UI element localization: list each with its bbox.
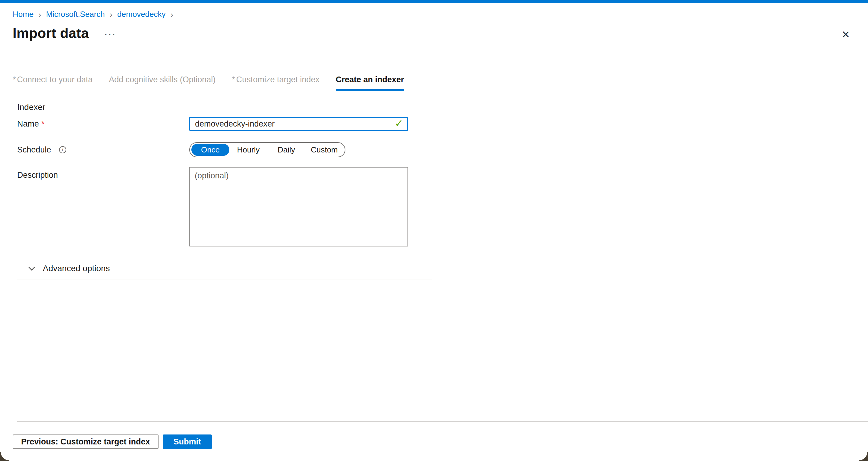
indexer-name-input[interactable]	[189, 117, 408, 131]
schedule-label: Schedule i	[13, 145, 189, 155]
required-marker: *	[232, 75, 235, 84]
footer-divider	[17, 421, 868, 422]
description-textarea[interactable]	[189, 167, 408, 246]
required-marker: *	[13, 75, 16, 84]
tab-label: Create an indexer	[336, 75, 404, 84]
schedule-option-hourly[interactable]: Hourly	[229, 144, 267, 156]
advanced-options-toggle[interactable]: Advanced options	[13, 257, 868, 280]
footer-buttons: Previous: Customize target index Submit	[13, 434, 212, 449]
submit-button[interactable]: Submit	[163, 434, 212, 449]
tab-label: Add cognitive skills (Optional)	[109, 75, 216, 84]
tab-add-cognitive-skills[interactable]: Add cognitive skills (Optional)	[109, 75, 216, 89]
breadcrumb: Home › Microsoft.Search › demovedecky ›	[13, 10, 868, 19]
top-accent-bar	[0, 0, 868, 3]
import-data-panel: Home › Microsoft.Search › demovedecky › …	[0, 3, 868, 461]
name-label: Name*	[13, 119, 189, 129]
tab-label: Customize target index	[236, 75, 319, 84]
chevron-right-icon: ›	[110, 10, 113, 19]
chevron-right-icon: ›	[38, 10, 41, 19]
previous-step-button[interactable]: Previous: Customize target index	[13, 434, 158, 449]
required-asterisk: *	[41, 119, 44, 129]
breadcrumb-service-link[interactable]: Microsoft.Search	[46, 10, 105, 19]
section-title-indexer: Indexer	[13, 102, 868, 112]
tab-customize-target-index[interactable]: *Customize target index	[232, 75, 319, 89]
schedule-option-custom[interactable]: Custom	[305, 144, 343, 156]
tab-connect-to-your-data[interactable]: *Connect to your data	[13, 75, 93, 89]
schedule-segmented-control: Once Hourly Daily Custom	[189, 142, 345, 157]
info-icon[interactable]: i	[59, 146, 66, 153]
tab-create-an-indexer[interactable]: Create an indexer	[336, 75, 404, 91]
more-options-icon[interactable]: ···	[104, 27, 116, 39]
indexer-form: Indexer Name* ✓ Schedule i Once Hourly D…	[13, 102, 868, 280]
breadcrumb-resource-link[interactable]: demovedecky	[117, 10, 165, 19]
wizard-tabs: *Connect to your data Add cognitive skil…	[13, 75, 868, 91]
description-label: Description	[13, 171, 189, 180]
chevron-right-icon: ›	[170, 10, 173, 19]
chevron-down-icon	[27, 264, 36, 273]
divider	[17, 280, 432, 280]
advanced-options-label: Advanced options	[43, 264, 110, 273]
page-title: Import data	[13, 25, 89, 41]
schedule-option-once[interactable]: Once	[191, 144, 229, 156]
breadcrumb-home-link[interactable]: Home	[13, 10, 33, 19]
tab-label: Connect to your data	[17, 75, 93, 84]
schedule-option-daily[interactable]: Daily	[267, 144, 305, 156]
close-icon[interactable]: ×	[838, 27, 854, 42]
